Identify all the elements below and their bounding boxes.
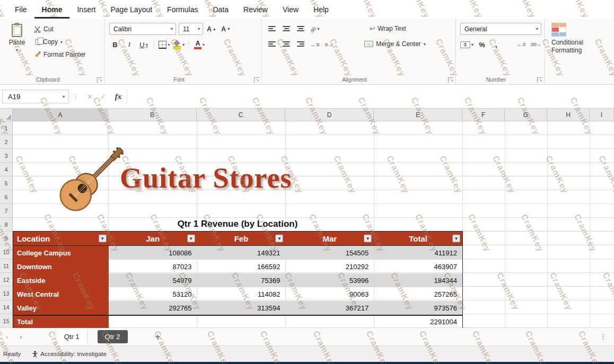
bold-button[interactable]: B bbox=[109, 39, 121, 50]
number-dialog-launcher[interactable]: ↘ bbox=[537, 77, 542, 83]
row-header-5[interactable]: 5 bbox=[0, 176, 12, 190]
cell-feb[interactable]: 75369 bbox=[197, 273, 286, 287]
header-mar[interactable]: Mar▼ bbox=[285, 232, 374, 245]
header-jan[interactable]: Jan▼ bbox=[109, 232, 197, 245]
cell-mar[interactable]: 90063 bbox=[285, 287, 374, 301]
font-size-combo[interactable]: 11 ▾ bbox=[179, 23, 203, 35]
cell-total[interactable]: 463907 bbox=[374, 260, 462, 273]
cell-jan[interactable]: 53120 bbox=[109, 287, 197, 301]
column-header-g[interactable]: G bbox=[505, 109, 547, 121]
cell-location[interactable]: College Campus bbox=[13, 246, 109, 260]
fill-color-button[interactable]: ▾ bbox=[173, 39, 185, 50]
middle-align-button[interactable] bbox=[280, 23, 292, 34]
formula-bar-handle[interactable]: ⋮ bbox=[69, 93, 83, 100]
cell-jan[interactable]: 108086 bbox=[109, 246, 197, 260]
tab-insert[interactable]: Insert bbox=[69, 0, 103, 19]
row-header-7[interactable]: 7 bbox=[0, 204, 12, 218]
column-header-d[interactable]: D bbox=[285, 109, 374, 121]
sheet-tab-qtr1[interactable]: Qtr 1 bbox=[56, 328, 88, 345]
orientation-button[interactable]: ▾ bbox=[309, 23, 321, 34]
increase-decimal-button[interactable] bbox=[515, 39, 527, 50]
filter-dropdown-icon[interactable]: ▼ bbox=[99, 235, 107, 243]
bottom-align-button[interactable] bbox=[295, 23, 306, 34]
cell-location[interactable]: Downtown bbox=[13, 260, 109, 273]
insert-function-button[interactable]: fx bbox=[110, 92, 127, 101]
accessibility-status[interactable]: Accessibility: Investigate bbox=[32, 351, 107, 358]
cell-jan[interactable]: 292765 bbox=[109, 301, 197, 315]
font-dialog-launcher[interactable]: ↘ bbox=[254, 77, 259, 83]
increase-font-size-button[interactable]: A▲ bbox=[206, 23, 217, 35]
conditional-formatting-button[interactable]: Conditional Formatting bbox=[551, 23, 593, 55]
merge-center-button[interactable]: ↔ Merge & Center ▾ bbox=[364, 40, 426, 48]
font-color-button[interactable]: A▾ bbox=[194, 39, 205, 50]
increase-indent-button[interactable] bbox=[323, 38, 335, 50]
cancel-icon[interactable]: ✕ bbox=[83, 93, 97, 101]
row-header-10[interactable]: 10 bbox=[0, 245, 12, 259]
cell-mar[interactable]: 53996 bbox=[285, 273, 374, 287]
cell-feb[interactable]: 166592 bbox=[197, 260, 286, 273]
column-header-f[interactable]: F bbox=[462, 109, 505, 121]
decrease-font-size-button[interactable]: A▼ bbox=[220, 23, 232, 35]
cell-feb[interactable]: 313594 bbox=[197, 301, 286, 315]
row-header-8[interactable]: 8 bbox=[0, 218, 12, 232]
font-name-combo[interactable]: Calibri ▾ bbox=[109, 23, 176, 35]
cell-jan[interactable] bbox=[109, 316, 197, 328]
align-left-button[interactable] bbox=[266, 38, 278, 50]
row-header-6[interactable]: 6 bbox=[0, 190, 12, 204]
header-location[interactable]: Location▼ bbox=[13, 232, 109, 245]
row-header-15[interactable]: 15 bbox=[0, 314, 12, 328]
number-format-combo[interactable]: General ▾ bbox=[460, 23, 541, 35]
underline-button[interactable]: U▾ bbox=[138, 39, 150, 50]
row-header-3[interactable]: 3 bbox=[0, 149, 12, 163]
accounting-format-button[interactable]: ▾ bbox=[460, 39, 473, 50]
enter-check-icon[interactable]: ✓ bbox=[97, 93, 110, 101]
cell-mar[interactable]: 210292 bbox=[285, 260, 374, 273]
tab-view[interactable]: View bbox=[275, 0, 306, 19]
cell-mar[interactable]: 367217 bbox=[285, 301, 374, 315]
sheet-tab-qtr2[interactable]: Qtr 2 bbox=[98, 330, 128, 343]
row-header-4[interactable]: 4 bbox=[0, 163, 12, 176]
borders-button[interactable]: ▾ bbox=[159, 39, 170, 50]
top-align-button[interactable] bbox=[266, 23, 278, 34]
new-sheet-button[interactable]: + bbox=[155, 332, 161, 342]
decrease-decimal-button[interactable] bbox=[530, 39, 541, 50]
cell-jan[interactable]: 54979 bbox=[109, 273, 197, 287]
copy-button[interactable]: Copy ▾ bbox=[34, 37, 85, 47]
column-header-a[interactable]: A bbox=[13, 109, 108, 121]
cell-location[interactable]: Total bbox=[13, 316, 109, 328]
clipboard-dialog-launcher[interactable]: ↘ bbox=[97, 77, 102, 83]
align-right-button[interactable] bbox=[295, 38, 306, 50]
formula-input[interactable] bbox=[127, 88, 614, 104]
alignment-dialog-launcher[interactable]: ↘ bbox=[448, 77, 453, 83]
filter-dropdown-icon[interactable]: ▼ bbox=[275, 235, 283, 243]
column-header-e[interactable]: E bbox=[374, 109, 462, 121]
cell-total[interactable]: 2291004 bbox=[374, 316, 462, 328]
tab-home[interactable]: Home bbox=[34, 0, 70, 19]
row-header-9[interactable]: 9 bbox=[0, 232, 12, 245]
filter-dropdown-icon[interactable]: ▼ bbox=[452, 235, 460, 243]
percent-style-button[interactable]: % bbox=[476, 39, 488, 50]
italic-button[interactable]: I bbox=[124, 39, 135, 50]
cell-mar[interactable]: 154505 bbox=[285, 246, 374, 260]
cell-total[interactable]: 973576 bbox=[374, 301, 462, 315]
header-total[interactable]: Total▼ bbox=[374, 232, 462, 245]
cell-total[interactable]: 411912 bbox=[374, 246, 462, 260]
column-header-c[interactable]: C bbox=[197, 109, 285, 121]
filter-dropdown-icon[interactable]: ▼ bbox=[187, 235, 195, 243]
cells-area[interactable]: Guitar Stores Qtr 1 Revenue (by Location… bbox=[13, 121, 614, 328]
row-header-11[interactable]: 11 bbox=[0, 259, 12, 273]
align-center-button[interactable] bbox=[280, 38, 292, 50]
more-options-icon[interactable]: ⋮ bbox=[592, 333, 614, 341]
column-header-i[interactable]: I bbox=[590, 109, 614, 121]
select-all-corner[interactable] bbox=[0, 109, 13, 121]
tab-page-layout[interactable]: Page Layout bbox=[103, 0, 160, 19]
cell-mar[interactable] bbox=[285, 316, 374, 328]
column-header-h[interactable]: H bbox=[547, 109, 590, 121]
prev-sheet-icon[interactable]: ‹ bbox=[0, 333, 14, 341]
name-box[interactable]: A19 ▾ bbox=[2, 90, 69, 103]
row-header-1[interactable]: 1 bbox=[0, 121, 12, 135]
comma-style-button[interactable]: , bbox=[490, 39, 502, 50]
row-header-14[interactable]: 14 bbox=[0, 300, 12, 314]
decrease-indent-button[interactable] bbox=[309, 38, 321, 50]
cell-feb[interactable] bbox=[197, 316, 286, 328]
